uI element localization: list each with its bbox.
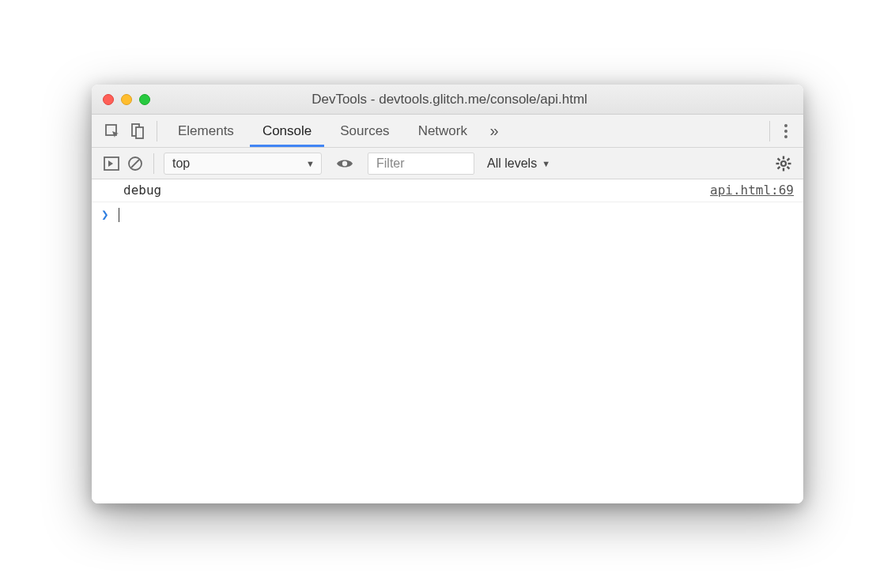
device-toolbar-button[interactable]: [125, 115, 150, 148]
devtools-window: DevTools - devtools.glitch.me/console/ap…: [92, 85, 803, 503]
live-expression-button[interactable]: [333, 148, 357, 179]
device-icon: [130, 122, 145, 140]
window-title: DevTools - devtools.glitch.me/console/ap…: [150, 92, 749, 107]
inspect-icon: [104, 123, 120, 139]
maximize-window-button[interactable]: [139, 94, 150, 105]
svg-rect-8: [783, 156, 784, 159]
sidebar-icon: [104, 156, 119, 171]
more-options-button[interactable]: [776, 124, 795, 138]
log-message: debug: [123, 183, 710, 198]
log-source-link[interactable]: api.html:69: [710, 183, 794, 198]
tabbar: Elements Console Sources Network »: [92, 115, 803, 148]
svg-rect-10: [776, 162, 780, 164]
execution-context-select[interactable]: top ▼: [164, 153, 322, 175]
svg-rect-2: [136, 127, 143, 138]
svg-rect-14: [787, 157, 791, 161]
more-tabs-button[interactable]: »: [481, 122, 507, 140]
tab-label: Elements: [178, 123, 234, 139]
separator: [769, 121, 770, 141]
tab-sources[interactable]: Sources: [326, 115, 403, 147]
log-levels-select[interactable]: All levels ▼: [487, 156, 550, 171]
svg-rect-9: [783, 168, 784, 171]
eye-icon: [336, 157, 353, 170]
svg-rect-13: [787, 165, 791, 169]
chevron-double-right-icon: »: [489, 122, 498, 140]
svg-rect-11: [788, 162, 791, 164]
svg-rect-15: [777, 165, 781, 169]
close-window-button[interactable]: [103, 94, 114, 105]
svg-rect-12: [777, 157, 781, 161]
clear-console-button[interactable]: [123, 148, 147, 179]
tab-label: Sources: [340, 123, 389, 139]
toggle-sidebar-button[interactable]: [100, 148, 123, 179]
clear-icon: [127, 156, 143, 172]
svg-point-7: [781, 161, 786, 166]
console-body: debug api.html:69 ❯: [92, 179, 803, 503]
console-settings-button[interactable]: [772, 148, 795, 179]
console-prompt[interactable]: ❯: [92, 202, 803, 225]
chevron-down-icon: ▼: [542, 159, 550, 168]
console-toolbar: top ▼ All levels ▼: [92, 148, 803, 179]
tab-elements[interactable]: Elements: [164, 115, 248, 147]
svg-point-6: [342, 160, 347, 165]
inspect-element-button[interactable]: [100, 115, 125, 148]
traffic-lights: [103, 94, 150, 105]
gear-icon: [775, 155, 792, 172]
chevron-down-icon: ▼: [306, 159, 315, 168]
tab-label: Console: [262, 123, 312, 139]
separator: [157, 121, 157, 141]
tab-console[interactable]: Console: [248, 115, 326, 147]
levels-label: All levels: [487, 156, 537, 171]
text-cursor: [119, 208, 119, 222]
tab-network[interactable]: Network: [404, 115, 481, 147]
minimize-window-button[interactable]: [121, 94, 132, 105]
filter-input[interactable]: [368, 153, 474, 175]
tab-label: Network: [418, 123, 467, 139]
log-row: debug api.html:69: [92, 179, 803, 202]
context-value: top: [172, 156, 190, 171]
svg-line-5: [131, 160, 139, 168]
prompt-arrow-icon: ❯: [101, 207, 109, 222]
separator: [153, 153, 154, 174]
tabs: Elements Console Sources Network: [164, 115, 481, 147]
titlebar: DevTools - devtools.glitch.me/console/ap…: [92, 85, 803, 115]
